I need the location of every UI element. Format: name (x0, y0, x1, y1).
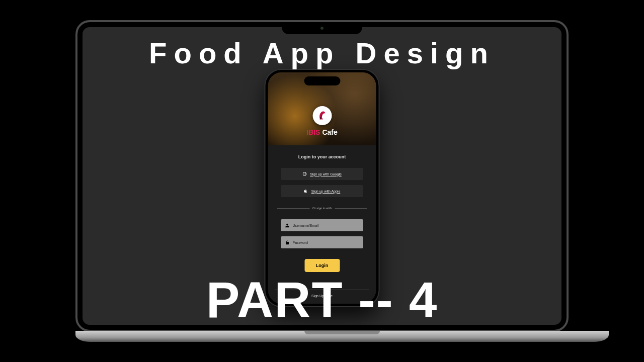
brand-name: IBISCafe (306, 128, 338, 136)
google-button-label: Sign up with Google (310, 172, 342, 176)
password-placeholder: Password (293, 241, 308, 244)
title-bottom: PART -- 4 (77, 275, 567, 325)
laptop-screen: Food App Design IBISCafe (75, 20, 569, 332)
laptop-camera-icon (320, 27, 324, 30)
laptop-base (75, 331, 609, 342)
signup-google-button[interactable]: Sign up with Google (281, 168, 363, 180)
apple-icon (304, 189, 308, 193)
svg-rect-2 (304, 173, 306, 174)
divider-text: Or sign in with (312, 207, 332, 210)
brand-accent: IBIS (306, 128, 320, 136)
divider-line-right (335, 208, 367, 209)
phone-mockup: IBISCafe Login to your account Sign up w… (266, 70, 379, 306)
user-icon (285, 223, 290, 228)
app-screen: IBISCafe Login to your account Sign up w… (268, 72, 376, 304)
svg-point-0 (314, 108, 330, 123)
laptop-notch (282, 22, 362, 34)
brand-rest: Cafe (322, 128, 337, 136)
google-icon (302, 172, 306, 176)
username-placeholder: Username/Email (293, 224, 319, 227)
password-field[interactable]: Password (281, 236, 363, 248)
phone-notch (304, 76, 340, 85)
signup-apple-button[interactable]: Sign up with Apple (281, 185, 363, 197)
login-button[interactable]: Login (304, 259, 340, 272)
laptop-mockup: Food App Design IBISCafe (75, 20, 569, 342)
username-field[interactable]: Username/Email (281, 219, 363, 231)
lock-icon (285, 240, 290, 245)
login-heading: Login to your account (275, 154, 369, 159)
divider-line-left (277, 208, 310, 209)
apple-button-label: Sign up with Apple (311, 190, 341, 193)
title-top: Food App Design (77, 36, 567, 70)
divider: Or sign in with (277, 207, 367, 210)
ibis-logo-icon (312, 106, 332, 125)
